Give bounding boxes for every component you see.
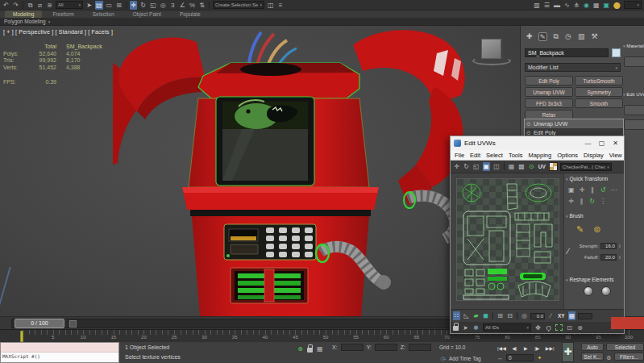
shrink-selection-icon[interactable]: ⊟ — [506, 311, 513, 320]
pan-icon[interactable]: ✥ — [534, 323, 542, 332]
uv-brush-icon[interactable]: ✎ — [575, 223, 584, 235]
zoom-icon[interactable]: Ϙ — [545, 323, 552, 332]
scale-uv-icon[interactable]: ◱ — [472, 162, 480, 171]
undo-icon[interactable]: ↶ — [2, 1, 10, 10]
maxscript-macro-line[interactable] — [1, 343, 118, 353]
relax-brush-icon[interactable]: ⊚ — [592, 223, 601, 235]
menu-view[interactable]: View — [609, 152, 622, 159]
transform-lock-icon[interactable] — [307, 348, 313, 353]
zoom-selected-icon[interactable]: ⊕ — [576, 323, 584, 332]
next-frame-button[interactable]: |▶ — [534, 344, 541, 353]
rendered-frame-icon[interactable]: ▣ — [602, 1, 610, 10]
object-color-swatch[interactable] — [612, 48, 621, 57]
spinner-snap-icon[interactable]: ⇅ — [198, 1, 206, 10]
spinner-icon[interactable]: ⇕ — [618, 255, 621, 260]
face-mode-icon[interactable]: ▰ — [472, 311, 480, 320]
weld-icon[interactable]: ▩ — [517, 162, 526, 171]
ribbon-toggle-icon[interactable]: ▬ — [553, 1, 561, 10]
space-horizontal-icon[interactable]: ∥ — [589, 186, 596, 194]
ribbon-panel-polygon-modeling[interactable]: Polygon Modeling ▾ — [0, 18, 644, 26]
previous-frame-button[interactable]: ◀| — [511, 344, 518, 353]
z-coordinate-field[interactable] — [409, 344, 431, 351]
modify-tab-icon[interactable]: ✎ — [538, 32, 548, 41]
modifier-button-symmetry[interactable]: Symmetry — [575, 87, 623, 97]
minimize-button[interactable]: — — [583, 140, 593, 147]
rollout-quick-transform[interactable]: ▾ Quick Transform — [566, 176, 622, 182]
key-icon[interactable]: ✦ — [536, 353, 543, 362]
layer-explorer-icon[interactable]: ☰ — [543, 1, 551, 10]
uv-toolbar-separator[interactable] — [504, 163, 505, 170]
set-keys-button[interactable]: ✚ — [562, 342, 574, 362]
toolbar-separator[interactable] — [23, 2, 23, 9]
select-object-icon[interactable]: ➤ — [85, 1, 93, 10]
ribbon-tab-selection[interactable]: Selection — [85, 10, 123, 18]
play-button[interactable]: ▶ — [522, 344, 530, 353]
uvw-space-toggle[interactable]: XY — [557, 311, 566, 320]
soft-selection-icon[interactable]: ◎ — [521, 311, 528, 320]
percent-snap-icon[interactable]: % — [189, 1, 196, 10]
falloff-field[interactable]: 20.0 — [600, 254, 617, 261]
render-icon[interactable]: ⬤ — [613, 1, 621, 10]
time-slider-step-button[interactable] — [69, 320, 77, 328]
viewcube-compass-ring[interactable] — [472, 56, 511, 65]
selected-key-button[interactable]: Selected — [606, 343, 644, 351]
element-mode-icon[interactable]: ◼ — [482, 311, 489, 320]
uv-separator[interactable] — [517, 312, 517, 319]
align-icon[interactable]: ≡ — [277, 1, 285, 10]
scene-explorer-icon[interactable]: ▥ — [533, 1, 541, 10]
snaps-toggle-icon[interactable]: 3 — [169, 1, 177, 10]
redo-icon[interactable]: ↷ — [12, 1, 19, 10]
freeze-icon[interactable]: ❄ — [472, 323, 480, 332]
freeform-mode-icon[interactable]: ▣ — [483, 162, 491, 171]
key-mode-toggle-icon[interactable]: ↔ — [497, 353, 504, 362]
utilities-tab-icon[interactable]: ⚒ — [590, 32, 598, 41]
viewcube[interactable] — [472, 37, 511, 73]
rollout-reshape-elements[interactable]: ▾ Reshape Elements — [566, 277, 622, 282]
material-editor-icon[interactable]: ◉ — [583, 1, 590, 10]
viewport-label[interactable]: [ + ] [ Perspective ] [ Standard ] [ Fac… — [3, 29, 113, 35]
vertex-mode-icon[interactable]: ∷ — [453, 311, 460, 320]
material-id-filter-dropdown[interactable]: All IDs▾ — [483, 323, 531, 332]
rollout-button[interactable] — [624, 56, 644, 67]
maxscript-listener-line[interactable]: MAXScript #() — [1, 353, 118, 362]
ribbon-tab-populate[interactable]: Populate — [172, 10, 209, 18]
rollout-materials[interactable]: ▾ Materials — [623, 44, 644, 48]
go-to-end-button[interactable]: ▶▶| — [545, 344, 555, 353]
ribbon-tab-object-paint[interactable]: Object Paint — [125, 10, 169, 18]
modifier-stack-item-unwrap-uvw[interactable]: ⊙Unwrap UVW — [525, 119, 623, 128]
rollout-button[interactable] — [624, 119, 644, 130]
align-dots-icon[interactable]: ⋯ — [610, 186, 618, 194]
select-by-name-icon[interactable]: ▤ — [95, 1, 103, 10]
target-weld-icon[interactable]: ⊙ — [528, 162, 535, 171]
strength-field[interactable]: 16.0 — [600, 243, 617, 249]
angle-snap-icon[interactable]: ∠ — [179, 1, 186, 10]
dialog-titlebar[interactable]: Edit UVWs — ▢ ✕ — [451, 136, 624, 150]
ribbon-tab-modeling[interactable]: Modeling — [5, 10, 42, 18]
render-setup-icon[interactable]: ▦ — [592, 1, 600, 10]
mirror-icon[interactable]: ◫ — [267, 1, 275, 10]
texture-list-dropdown[interactable]: CheckerPat...( Checker )▾ — [560, 163, 612, 171]
falloff-space-icon[interactable]: ∕ — [547, 311, 555, 320]
current-frame-field[interactable]: 0 — [506, 354, 534, 361]
display-tab-icon[interactable]: ▥ — [577, 32, 586, 41]
go-to-start-button[interactable]: |◀◀ — [497, 344, 507, 353]
align-left-icon[interactable]: ✛ — [579, 186, 586, 194]
uv-canvas[interactable] — [451, 173, 564, 309]
rollout-edit-uvs[interactable]: ▾ Edit UVs — [623, 92, 644, 97]
align-vertical-icon[interactable]: ✛ — [567, 197, 575, 206]
workspace-dropdown[interactable]: ▾ — [624, 1, 642, 9]
reshape-sphere-icon[interactable] — [601, 286, 611, 296]
grid-size-value[interactable] — [578, 313, 592, 319]
zoom-region-icon[interactable] — [555, 324, 563, 331]
window-crossing-icon[interactable]: ⊞ — [115, 1, 123, 10]
select-and-scale-icon[interactable]: ◱ — [149, 1, 157, 10]
rotate-90-cw-icon[interactable]: ↻ — [588, 197, 596, 206]
select-and-place-icon[interactable]: ◎ — [160, 1, 167, 10]
rotate-uv-icon[interactable]: ↻ — [463, 162, 470, 171]
close-button[interactable]: ✕ — [610, 140, 621, 147]
grid-toggle-icon[interactable]: ▦ — [568, 311, 576, 320]
maxscript-mini-listener[interactable]: MAXScript #() — [0, 342, 119, 363]
set-key-button[interactable]: Set K... — [581, 353, 604, 361]
menu-tools[interactable]: Tools — [509, 152, 523, 159]
unlink-selection-icon[interactable]: ⧄ — [36, 1, 44, 10]
